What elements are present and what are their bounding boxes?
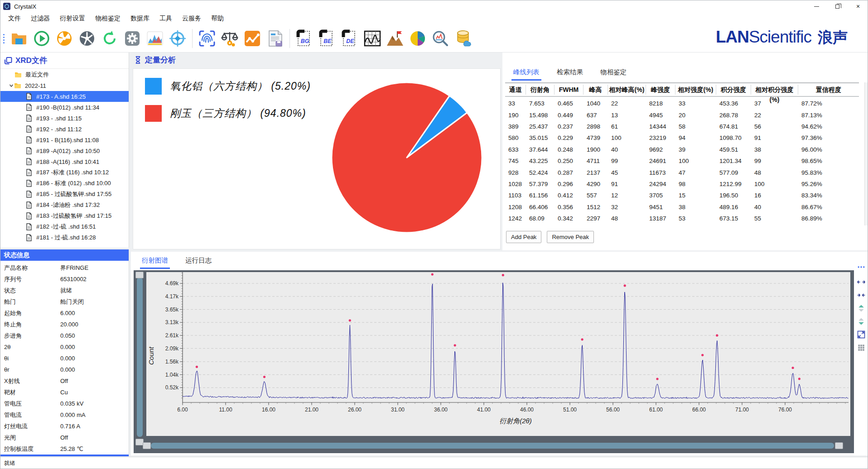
bg-removal-button[interactable]: BG — [294, 28, 315, 49]
report-export-button[interactable] — [265, 28, 285, 49]
peak-table-scrollbar[interactable] — [864, 82, 868, 225]
tree-file-3[interactable]: #193 - .shd 11:15 — [0, 113, 129, 124]
tree-folder-recent[interactable]: 最近文件 — [0, 69, 129, 80]
column-header-2[interactable]: 衍射角 — [526, 85, 555, 95]
tree-file-11[interactable]: #184 -滤油粉 .shd 17:32 — [0, 200, 129, 211]
tree-file-1[interactable]: #173 - A.shd 16:25 — [0, 91, 129, 102]
toolbar-drag-handle[interactable] — [1, 29, 8, 48]
peak-table-row[interactable]: 110361.1560.41255712370515196.501683.34% — [505, 190, 859, 201]
menu-item-云服务[interactable]: 云服务 — [177, 13, 206, 24]
chevron-down-icon[interactable] — [9, 83, 14, 88]
horizontal-slider-left-handle[interactable] — [143, 442, 151, 449]
column-header-9[interactable]: 相对积分强度(%) — [751, 85, 798, 95]
xray-source-button[interactable] — [54, 28, 75, 49]
hourglass-icon — [135, 56, 141, 65]
restore-button[interactable] — [827, 0, 848, 12]
more-options-button[interactable] — [856, 264, 867, 275]
peak-table-row[interactable]: 124268.090.3422297481318753673.155586.89… — [505, 213, 859, 224]
goniometer-button[interactable] — [167, 28, 188, 49]
horizontal-slider-right-handle[interactable] — [835, 442, 843, 449]
peak-cell: 3705 — [646, 192, 675, 199]
peak-marker — [798, 378, 800, 380]
peak-table-row[interactable]: 63337.6440.248190040969239459.513896.00% — [505, 144, 859, 155]
tree-file-7[interactable]: #188 -A(116) .shd 10:41 — [0, 156, 129, 167]
menu-item-衍射设置[interactable]: 衍射设置 — [55, 13, 90, 24]
peak-table-row[interactable]: 92852.4240.2872137451167347577.094895.83… — [505, 167, 859, 178]
peak-tab-1[interactable]: 峰线列表 — [511, 65, 541, 81]
legend-item: 氧化铝（六方结构） (5.20%) — [145, 78, 311, 95]
remove-peak-button[interactable]: Remove Peak — [547, 231, 594, 243]
scale-down-button[interactable] — [856, 317, 867, 328]
add-peak-button[interactable]: Add Peak — [506, 231, 541, 243]
quantitative-pie-button[interactable] — [407, 28, 428, 49]
grid-display-button[interactable] — [856, 343, 867, 354]
tree-file-14[interactable]: #181 - 过-硫.shd 16:28 — [0, 232, 129, 243]
tree-file-8[interactable]: #187 -标准 (116) .shd 10:12 — [0, 167, 129, 178]
horizontal-zoom-slider[interactable] — [151, 443, 834, 449]
vertical-slider-top-handle[interactable] — [135, 272, 144, 278]
analysis-chart-button[interactable] — [242, 28, 263, 49]
peak-cell: 633 — [505, 146, 526, 153]
tree-file-10[interactable]: #185 - 过硫酸氢钾.shd 17:55 — [0, 189, 129, 200]
tree-file-4[interactable]: #192 - .shd 11:12 — [0, 124, 129, 134]
menu-item-物相鉴定[interactable]: 物相鉴定 — [90, 13, 125, 24]
fit-fullscreen-button[interactable] — [856, 330, 867, 341]
tree-file-5[interactable]: #191 - B(116).shd 11:08 — [0, 134, 129, 145]
de-removal-button[interactable]: DE — [339, 28, 360, 49]
status-value: Cu — [60, 389, 129, 396]
column-header-8[interactable]: 积分强度 — [716, 85, 751, 95]
peak-table-row[interactable]: 102857.3790.29642909124294981212.9910095… — [505, 178, 859, 190]
diffraction-settings-button[interactable] — [122, 28, 143, 49]
spectrum-tab-2[interactable]: 运行日志 — [183, 254, 213, 269]
database-cloud-button[interactable] — [453, 28, 473, 49]
peak-cell: 4945 — [646, 112, 675, 119]
peak-tab-2[interactable]: 检索结果 — [555, 65, 585, 81]
peak-table-row[interactable]: 19015.4980.44963713494520268.782287.13% — [505, 109, 859, 120]
column-header-4[interactable]: 峰高 — [583, 85, 608, 95]
minimize-button[interactable] — [806, 0, 827, 12]
column-header-1[interactable]: 通道 — [505, 85, 526, 95]
smoothing-grid-button[interactable] — [362, 28, 383, 49]
peak-table-row[interactable]: 337.6530.465104022821833453.363787.72% — [505, 98, 859, 109]
open-file-button[interactable] — [9, 28, 29, 49]
peak-table-row[interactable]: 58035.0150.229473910023219941098.709197.… — [505, 132, 859, 144]
close-button[interactable]: × — [848, 0, 868, 12]
fingerprint-scan-button[interactable] — [197, 28, 217, 49]
spectrum-tab-1[interactable]: 衍射图谱 — [140, 254, 170, 269]
collapse-horizontal-button[interactable] — [856, 291, 867, 302]
spectrum-plot-area[interactable]: 0.52k1.04k1.56k2.09k2.61k3.13k3.65k4.17k… — [146, 272, 850, 436]
phase-search-button[interactable] — [430, 28, 451, 49]
tree-file-2[interactable]: #190 -B(012) .shd 11:34 — [0, 102, 129, 113]
scale-up-button[interactable] — [856, 304, 867, 315]
spectrum-view-button[interactable] — [145, 28, 165, 49]
tree-file-9[interactable]: #186 - 标准 (012) .shd 10:00 — [0, 178, 129, 189]
tree-file-12[interactable]: #183 -过硫酸氢钾 .shd 17:15 — [0, 211, 129, 221]
tree-file-6[interactable]: #189 -A(012) .shd 10:50 — [0, 145, 129, 156]
menu-item-帮助[interactable]: 帮助 — [206, 13, 229, 24]
doc-icon — [25, 115, 33, 122]
tree-item-label: #186 - 标准 (012) .shd 10:00 — [36, 179, 111, 187]
column-header-3[interactable]: FWHM — [555, 85, 583, 95]
tree-folder-2022-11[interactable]: 2022-11 — [0, 80, 129, 91]
shutter-button[interactable] — [77, 28, 97, 49]
menu-item-过滤器[interactable]: 过滤器 — [26, 13, 55, 24]
start-measurement-button[interactable] — [31, 28, 52, 49]
peak-table-row[interactable]: 120866.4060.356151232945138489.164086.67… — [505, 201, 859, 213]
refresh-button[interactable] — [99, 28, 120, 49]
peak-tab-3[interactable]: 物相鉴定 — [598, 65, 628, 81]
column-header-7[interactable]: 相对强度(%) — [675, 85, 716, 95]
menu-item-工具[interactable]: 工具 — [154, 13, 177, 24]
quantitative-balance-button[interactable] — [219, 28, 240, 49]
peak-search-button[interactable] — [385, 28, 405, 49]
expand-horizontal-button[interactable] — [856, 278, 867, 288]
peak-table-row[interactable]: 74543.2250.250471199246911001201.349998.… — [505, 155, 859, 167]
column-header-5[interactable]: 相对峰高(%) — [608, 85, 646, 95]
menu-item-文件[interactable]: 文件 — [3, 13, 26, 24]
tree-file-13[interactable]: #182 -过-硫 .shd 16:51 — [0, 221, 129, 232]
menu-item-数据库[interactable]: 数据库 — [125, 13, 154, 24]
peak-table-row[interactable]: 38925.4370.2372898611434458674.815694.62… — [505, 121, 859, 132]
vertical-zoom-slider[interactable] — [137, 278, 143, 437]
column-header-10[interactable]: 置信程度 — [798, 85, 859, 95]
column-header-6[interactable]: 峰强度 — [646, 85, 675, 95]
be-removal-button[interactable]: BE — [317, 28, 338, 49]
